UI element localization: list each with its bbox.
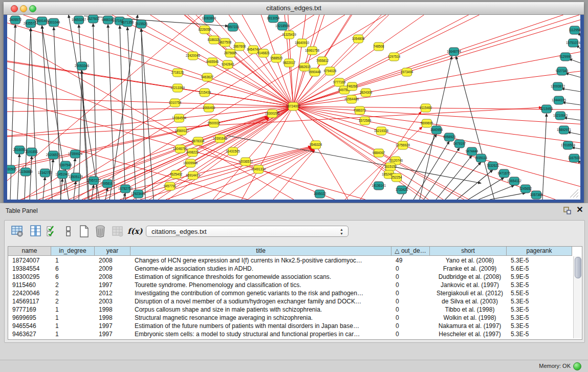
graph-node-label: 12444195	[552, 98, 567, 102]
table-row[interactable]: 2242004622012Investigating the contribut…	[8, 289, 572, 297]
column-header-year[interactable]: year	[95, 247, 130, 256]
table-row[interactable]: 977716911998Corpus callosum shape and si…	[8, 305, 572, 314]
graph-node-label: 9115460	[420, 106, 432, 110]
table-cell: Estimation of the future numbers of pati…	[130, 322, 391, 330]
column-header-out_de[interactable]: △ out_de…	[391, 247, 430, 256]
graph-node-label: 9146821	[257, 51, 270, 55]
table-row[interactable]: 1872400712008Changes of HCN gene express…	[8, 256, 572, 265]
graph-node-label: 9242843	[222, 62, 234, 66]
resize-grip-icon[interactable]	[576, 195, 578, 198]
graph-node-label: 10120746	[388, 159, 403, 162]
table-cell: 5.3E-5	[507, 330, 572, 338]
delete-table-icon	[111, 225, 124, 238]
graph-node-label: 1527602	[87, 17, 100, 20]
graph-node-label: 2935114	[475, 156, 488, 160]
graph-node-label: 11156869	[18, 170, 33, 173]
table-cell: 1	[51, 256, 95, 265]
graph-node-label: 9397548	[59, 163, 72, 167]
graph-node-label: 252254	[391, 176, 402, 179]
float-panel-icon[interactable]	[562, 207, 572, 215]
red-edge	[360, 112, 421, 200]
table-row[interactable]: 946554611997Estimation of the future num…	[8, 322, 572, 330]
memory-ok-led-icon[interactable]	[573, 362, 581, 370]
graph-node-label: 11451941	[55, 172, 70, 176]
graph-node-label: 2875685	[224, 51, 237, 55]
graph-node-label: 2718126	[171, 71, 184, 74]
table-row[interactable]: 969969511998Structural magnetic resonanc…	[8, 314, 572, 322]
graph-node-label: 9777169	[333, 80, 346, 84]
combo-stepper-icon: ▲▼	[339, 228, 344, 236]
function-builder-icon[interactable]: f(x)	[127, 225, 141, 238]
status-bar: Memory: OK	[0, 360, 588, 372]
graph-node-label: 6479197	[453, 142, 466, 145]
table-cell: 2	[51, 297, 95, 305]
column-header-short[interactable]: short	[430, 247, 507, 256]
table-selector-dropdown[interactable]: citations_edges.txt ▲▼	[146, 226, 349, 237]
table-row[interactable]: 911546021997Tourette syndrome. Phenomeno…	[8, 281, 572, 289]
graph-node-label: 2516055	[13, 148, 26, 151]
table-cell: 18724007	[8, 256, 51, 265]
graph-node-label: 1215439	[199, 91, 211, 94]
graph-node-label: 16009948	[183, 161, 198, 165]
create-column-icon[interactable]	[77, 225, 91, 238]
row-options-icon[interactable]	[62, 225, 75, 238]
table-cell: Dudbridge et al. (2008)	[430, 273, 507, 281]
table-cell: 1997	[95, 330, 130, 338]
table-cell: de Silva et al. (2003)	[430, 297, 507, 305]
desktop-background: citations_edges.txt 24055722435572420691…	[0, 0, 588, 203]
select-columns-icon[interactable]	[46, 225, 59, 238]
table-row[interactable]: 1456911722003Disruption of a novel membe…	[8, 297, 572, 305]
column-header-name[interactable]: name	[8, 247, 51, 256]
table-mode-icon[interactable]	[11, 225, 24, 238]
close-panel-icon[interactable]: ✕	[575, 205, 584, 214]
show-columns-icon[interactable]	[29, 225, 42, 238]
graph-node-label: 16961758	[305, 49, 320, 52]
scrollbar-thumb[interactable]	[575, 257, 581, 278]
graph-node-label: 9457791	[164, 184, 177, 188]
table-cell: 2	[51, 281, 95, 289]
graph-node-label: 18640910	[295, 41, 310, 45]
graph-node-label: 12093872	[551, 84, 565, 88]
graph-node-label: 9822017	[283, 61, 296, 64]
table-cell: 6	[51, 265, 95, 273]
column-header-title[interactable]: title	[130, 247, 391, 256]
vertical-scrollbar[interactable]	[573, 256, 581, 338]
graph-node-label: 1167533	[568, 156, 580, 160]
table-cell: 5.5E-5	[507, 289, 572, 297]
table-cell: 9463627	[8, 330, 51, 338]
table-cell: 9115460	[8, 281, 51, 289]
table-panel-body: f(x) citations_edges.txt ▲▼ namein_degre…	[4, 220, 585, 343]
red-edge	[7, 23, 293, 106]
red-edge	[7, 98, 293, 106]
table-cell: Tibbo et al. (1998)	[430, 305, 507, 314]
graph-node-label: 9827508	[219, 40, 232, 44]
table-row[interactable]: 1938455462009Genome-wide association stu…	[8, 265, 572, 273]
graph-node-label: 17957272	[86, 179, 101, 182]
network-canvas[interactable]: 2405572243557242069140683010441065326715…	[7, 15, 580, 200]
window-titlebar[interactable]: citations_edges.txt	[4, 2, 584, 15]
black-edge	[562, 102, 580, 105]
graph-node-label: 17016504	[561, 143, 576, 147]
column-header-pagerank[interactable]: pagerank	[507, 247, 572, 256]
table-row[interactable]: 1830029562008Estimation of significance …	[8, 273, 572, 281]
table-cell: 18300295	[8, 273, 51, 281]
column-header-in_degree[interactable]: in_degree	[51, 247, 95, 256]
table-cell: Estimation of significance thresholds fo…	[130, 273, 391, 281]
graph-node-label: 1572589	[359, 119, 372, 122]
table-cell: 0	[391, 289, 430, 297]
delete-columns-icon[interactable]	[94, 225, 107, 238]
graph-node-label: 21564486	[344, 97, 359, 101]
graph-node-label: 17359924	[68, 152, 83, 156]
graph-node-label: 19384554	[172, 116, 187, 120]
resize-grip-icon[interactable]	[573, 192, 578, 198]
graph-node-label: 1112954	[569, 28, 580, 32]
table-cell: 5.9E-5	[507, 273, 572, 281]
table-cell: Genome-wide association studies in ADHD.	[130, 265, 391, 273]
black-edge	[457, 170, 493, 200]
black-edge	[568, 132, 580, 135]
graph-node-label: 7986372	[354, 108, 366, 112]
table-cell: 1	[51, 322, 95, 330]
graph-node-label: 1297514	[388, 55, 401, 58]
graph-node-label: 10756928	[396, 143, 410, 147]
table-row[interactable]: 946362711997Embryonic stem cells: a mode…	[8, 330, 572, 338]
